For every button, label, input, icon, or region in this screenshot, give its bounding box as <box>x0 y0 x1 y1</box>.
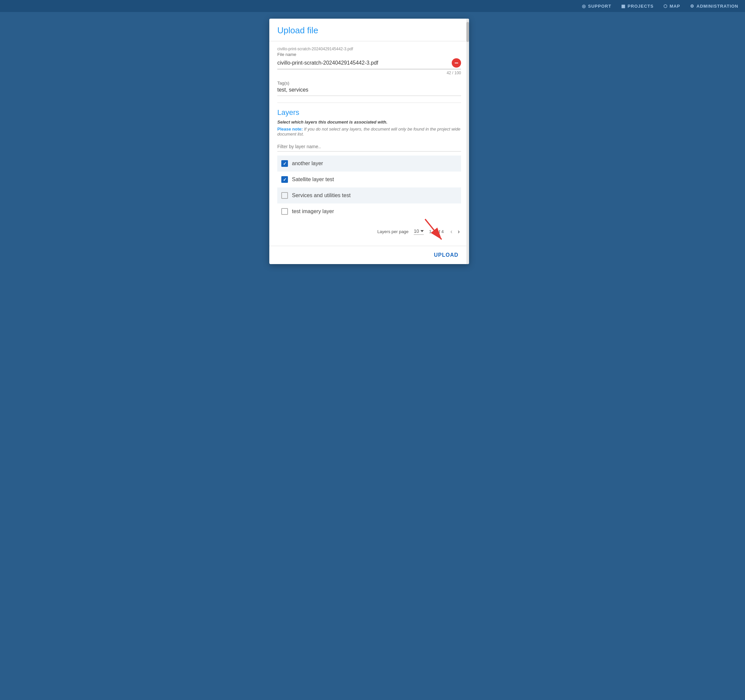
tags-value: test, services <box>277 87 461 93</box>
upload-button[interactable]: UPLOAD <box>431 251 461 259</box>
layer-filter-input[interactable] <box>277 142 461 151</box>
layer-name-services: Services and utilities test <box>292 192 350 198</box>
nav-bar: ◎ SUPPORT ▦ PROJECTS ⬡ MAP ⚙ ADMINISTRAT… <box>0 0 745 12</box>
per-page-value: 10 <box>414 228 419 234</box>
modal-footer: UPLOAD <box>269 246 469 264</box>
layer-checkbox-another[interactable] <box>281 160 288 167</box>
page-range: 1-4 of 4 <box>429 229 444 234</box>
file-input-row: civillo-print-scratch-20240429145442-3.p… <box>277 58 461 69</box>
support-icon: ◎ <box>582 4 586 9</box>
layer-name-imagery: test imagery layer <box>292 208 334 214</box>
file-hint: civillo-print-scratch-20240429145442-3.p… <box>277 46 461 51</box>
file-name-label: File name <box>277 52 461 57</box>
file-name-value: civillo-print-scratch-20240429145442-3.p… <box>277 60 452 66</box>
layers-description: Select which layers this document is ass… <box>277 120 461 124</box>
layers-heading: Layers <box>277 108 461 117</box>
projects-icon: ▦ <box>621 4 625 9</box>
remove-file-button[interactable] <box>452 58 461 67</box>
layer-item-imagery[interactable]: test imagery layer <box>277 204 461 219</box>
layers-note: Please note: If you do not select any la… <box>277 127 461 136</box>
per-page-label: Layers per page <box>377 229 408 234</box>
prev-page-button[interactable]: ‹ <box>449 228 454 235</box>
layers-section: Layers Select which layers this document… <box>277 108 461 240</box>
scrollbar[interactable] <box>466 19 469 264</box>
tags-section: Tag(s) test, services <box>277 81 461 96</box>
upload-modal: Upload file civillo-print-scratch-202404… <box>269 19 469 264</box>
layer-checkbox-satellite[interactable] <box>281 176 288 183</box>
layers-note-text: If you do not select any layers, the doc… <box>277 127 461 136</box>
nav-admin[interactable]: ⚙ ADMINISTRATION <box>690 4 738 9</box>
file-section: civillo-print-scratch-20240429145442-3.p… <box>277 46 461 75</box>
modal-title: Upload file <box>277 25 461 36</box>
admin-icon: ⚙ <box>690 4 694 9</box>
layers-note-label: Please note: <box>277 127 303 132</box>
layer-name-another: another layer <box>292 160 323 166</box>
modal-header: Upload file <box>269 19 469 41</box>
map-icon: ⬡ <box>663 4 667 9</box>
nav-map[interactable]: ⬡ MAP <box>663 4 680 9</box>
nav-projects[interactable]: ▦ PROJECTS <box>621 4 654 9</box>
modal-body: civillo-print-scratch-20240429145442-3.p… <box>269 41 469 246</box>
layer-checkbox-services[interactable] <box>281 192 288 199</box>
tags-label: Tag(s) <box>277 81 461 85</box>
pagination-row: Layers per page 10 1-4 of 4 ‹ › <box>277 225 461 240</box>
char-count: 42 / 100 <box>277 70 461 75</box>
layer-item-satellite[interactable]: Satellite layer test <box>277 171 461 187</box>
chevron-down-icon <box>420 230 424 232</box>
layer-checkbox-imagery[interactable] <box>281 208 288 215</box>
layer-list: another layer Satellite layer test Servi… <box>277 156 461 219</box>
per-page-select[interactable]: 10 <box>414 228 424 235</box>
layer-name-satellite: Satellite layer test <box>292 177 334 183</box>
scrollbar-thumb[interactable] <box>466 22 469 42</box>
layer-item-another[interactable]: another layer <box>277 156 461 171</box>
next-page-button[interactable]: › <box>456 228 461 235</box>
page-nav: ‹ › <box>449 228 461 235</box>
layer-item-services[interactable]: Services and utilities test <box>277 187 461 204</box>
nav-support[interactable]: ◎ SUPPORT <box>582 4 611 9</box>
